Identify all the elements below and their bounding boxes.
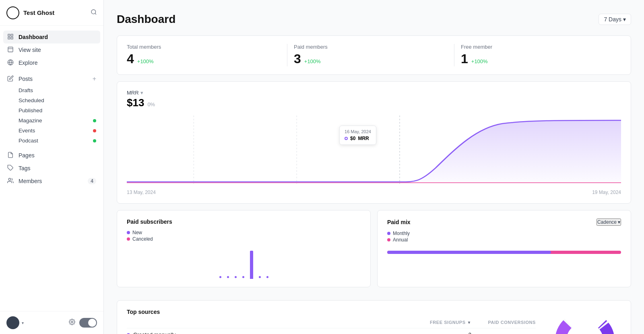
donut-svg bbox=[553, 309, 617, 334]
footer-icons bbox=[69, 318, 97, 328]
donut-chart: Free bbox=[549, 309, 621, 334]
col-signups-header[interactable]: FREE SIGNUPS ▼ bbox=[415, 320, 471, 325]
paid-mix-bars bbox=[387, 251, 621, 254]
sidebar-item-drafts[interactable]: Drafts bbox=[3, 85, 100, 95]
bottom-row: Paid subscribers New Canceled bbox=[117, 210, 631, 294]
bar-dot-1 bbox=[219, 276, 221, 278]
svg-rect-4 bbox=[8, 37, 10, 39]
top-sources-card: Top sources FREE SIGNUPS ▼ PAID CONVERSI… bbox=[117, 300, 631, 334]
avatar-image bbox=[6, 316, 19, 329]
theme-toggle[interactable] bbox=[79, 318, 97, 328]
paid-members-stat: Paid members 3 +100% bbox=[287, 44, 454, 66]
sources-header: FREE SIGNUPS ▼ PAID CONVERSIONS bbox=[127, 320, 536, 325]
chart-bar-3 bbox=[235, 247, 237, 279]
col-signups-label: FREE SIGNUPS bbox=[430, 320, 466, 325]
mrr-label: MRR ▾ bbox=[127, 90, 621, 96]
sidebar-footer: ▾ bbox=[0, 311, 103, 334]
add-post-icon[interactable]: + bbox=[93, 75, 96, 82]
explore-icon bbox=[7, 59, 14, 66]
page-title: Dashboard bbox=[117, 13, 175, 26]
paid-members-number: 3 bbox=[294, 52, 301, 66]
sidebar-item-pages[interactable]: Pages bbox=[3, 149, 100, 162]
app-name: Test Ghost bbox=[23, 9, 54, 16]
search-icon[interactable] bbox=[91, 9, 97, 17]
mrr-value: $13 bbox=[127, 97, 144, 109]
sidebar-item-published[interactable]: Published bbox=[3, 105, 100, 115]
svg-rect-3 bbox=[11, 34, 13, 36]
podcast-dot bbox=[93, 139, 96, 142]
chart-end-date: 19 May, 2024 bbox=[592, 190, 621, 195]
legend-annual-label: Annual bbox=[393, 237, 408, 243]
sidebar-item-members[interactable]: Members 4 bbox=[3, 175, 100, 188]
col-paid-label: PAID CONVERSIONS bbox=[488, 320, 536, 325]
bar-dot-4 bbox=[242, 276, 244, 278]
total-members-stat: Total members 4 +100% bbox=[127, 44, 287, 66]
col-source-header bbox=[127, 320, 415, 325]
members-label: Members bbox=[19, 178, 42, 184]
mrr-chart: 16 May, 2024 $0 MRR bbox=[127, 115, 621, 188]
legend-annual-dot bbox=[387, 238, 390, 241]
paid-members-value: 3 +100% bbox=[294, 52, 448, 66]
legend-canceled-label: Canceled bbox=[132, 236, 153, 242]
sidebar: Test Ghost Dashboard View site bbox=[0, 0, 104, 334]
sidebar-item-podcast[interactable]: Podcast bbox=[3, 136, 100, 146]
app-logo[interactable]: Test Ghost bbox=[6, 6, 54, 19]
sort-icon: ▼ bbox=[467, 320, 471, 325]
posts-nav-left: Posts bbox=[7, 75, 33, 82]
members-row: Total members 4 +100% Paid members 3 +10… bbox=[127, 44, 621, 66]
settings-icon[interactable] bbox=[69, 319, 75, 327]
published-label: Published bbox=[19, 107, 42, 113]
paid-mix-card: Paid mix Cadence ▾ Monthly Annual bbox=[377, 210, 631, 287]
sidebar-item-magazine[interactable]: Magazine bbox=[3, 115, 100, 126]
sidebar-item-tags[interactable]: Tags bbox=[3, 162, 100, 175]
free-members-change: +100% bbox=[471, 58, 488, 64]
paid-subscribers-title: Paid subscribers bbox=[127, 219, 361, 225]
sidebar-item-events[interactable]: Events bbox=[3, 126, 100, 136]
paid-subscribers-legend: New Canceled bbox=[127, 230, 361, 242]
user-avatar[interactable]: ▾ bbox=[6, 316, 24, 329]
chart-start-date: 13 May, 2024 bbox=[127, 190, 156, 195]
legend-annual: Annual bbox=[387, 237, 621, 243]
tooltip-val: $0 MRR bbox=[345, 136, 371, 141]
source-name-0: Created manually bbox=[127, 332, 415, 334]
legend-new-label: New bbox=[132, 230, 142, 235]
pages-icon bbox=[7, 152, 14, 159]
nav-main: Dashboard View site Explore bbox=[3, 31, 100, 69]
time-filter-chevron: ▾ bbox=[623, 16, 626, 23]
svg-point-9 bbox=[8, 178, 10, 180]
tags-label: Tags bbox=[19, 165, 31, 171]
time-filter-button[interactable]: 7 Days ▾ bbox=[599, 14, 631, 25]
paid-mix-legend: Monthly Annual bbox=[387, 231, 621, 243]
time-filter-label: 7 Days bbox=[604, 16, 621, 23]
sidebar-item-explore[interactable]: Explore bbox=[3, 56, 100, 69]
mrr-text: MRR bbox=[127, 90, 139, 96]
bar-dot-7 bbox=[266, 276, 268, 278]
chart-bar-5 bbox=[250, 247, 253, 279]
chart-bar-4 bbox=[242, 247, 244, 279]
total-members-number: 4 bbox=[127, 52, 134, 66]
bar-dot-6 bbox=[259, 276, 261, 278]
cadence-filter-button[interactable]: Cadence ▾ bbox=[597, 219, 621, 226]
svg-point-10 bbox=[71, 321, 73, 323]
posts-icon bbox=[7, 75, 14, 82]
mrr-tooltip: 16 May, 2024 $0 MRR bbox=[339, 126, 376, 145]
total-members-label: Total members bbox=[127, 44, 281, 50]
sidebar-item-view-site[interactable]: View site bbox=[3, 43, 100, 56]
sidebar-item-scheduled[interactable]: Scheduled bbox=[3, 95, 100, 105]
toggle-thumb bbox=[88, 319, 96, 327]
mix-bar bbox=[387, 251, 621, 254]
cadence-chevron: ▾ bbox=[618, 219, 620, 225]
magazine-label: Magazine bbox=[19, 118, 42, 124]
scheduled-label: Scheduled bbox=[19, 97, 44, 103]
dashboard-icon bbox=[7, 33, 14, 41]
nav-pages-section: Pages Tags Members 4 bbox=[3, 149, 100, 188]
tooltip-dot bbox=[345, 137, 348, 140]
svg-rect-2 bbox=[8, 34, 10, 36]
main-content: Dashboard 7 Days ▾ Total members 4 +100%… bbox=[104, 0, 644, 334]
chart-dates: 13 May, 2024 19 May, 2024 bbox=[127, 190, 621, 195]
posts-nav-header[interactable]: Posts + bbox=[3, 72, 100, 85]
nav-posts-section: Posts + Drafts Scheduled Published Magaz… bbox=[3, 72, 100, 146]
sidebar-item-dashboard[interactable]: Dashboard bbox=[3, 31, 100, 43]
logo-icon bbox=[6, 6, 19, 19]
col-paid-header: PAID CONVERSIONS bbox=[471, 320, 536, 325]
